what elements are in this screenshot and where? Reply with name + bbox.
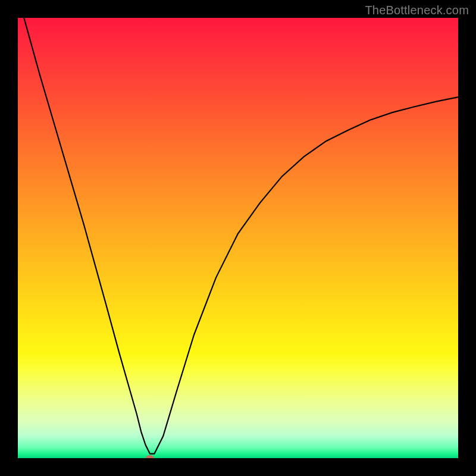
curve-layer [18,18,458,458]
optimum-marker [146,455,154,458]
bottleneck-curve [18,18,458,454]
plot-area [18,18,458,458]
watermark-text: TheBottleneck.com [365,4,469,17]
chart-frame: TheBottleneck.com [0,0,476,476]
